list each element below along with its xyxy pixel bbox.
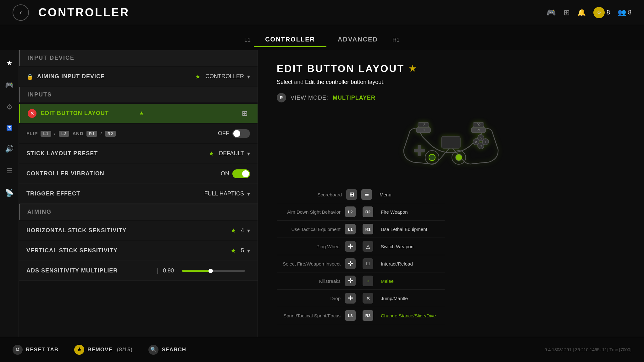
trigger-effect-chevron-icon: ▾: [247, 190, 250, 197]
remove-count: (8/15): [117, 347, 133, 353]
inputs-section-header: INPUTS: [19, 87, 258, 102]
players-icon-item[interactable]: 👥 8: [618, 8, 631, 17]
header: ‹ CONTROLLER 🎮 ⊞ 🔔 ⚙ 8 👥 8: [0, 0, 644, 25]
tab-controller[interactable]: CONTROLLER: [254, 33, 326, 47]
ping-btn[interactable]: ✛: [345, 241, 356, 252]
sidebar-item-star[interactable]: ★: [4, 57, 15, 70]
controller-icon-item: 🎮: [547, 8, 556, 17]
svg-text:L2: L2: [421, 123, 425, 127]
flip-label: FLIP L1 / L2 AND R1 / R2: [26, 130, 218, 137]
ping-label: Ping Wheel: [277, 244, 341, 249]
avatar: ⚙: [593, 7, 605, 18]
switch-weapon-action: Switch Weapon: [381, 244, 445, 249]
svg-text:✕: ✕: [475, 140, 477, 144]
ads-label: Aim Down Sight Behavior: [277, 209, 341, 215]
r1-btn[interactable]: R1: [363, 224, 373, 234]
triangle-btn[interactable]: △: [363, 241, 373, 252]
notification-icon-item[interactable]: 🔔: [577, 8, 586, 17]
ads-slider[interactable]: [182, 270, 245, 272]
vertical-sensitivity-row[interactable]: VERTICAL STICK SENSITIVITY ★ 5 ▾: [19, 241, 258, 261]
mapping-row-scoreboard: Scoreboard ⊞ ☰ Menu: [277, 186, 445, 203]
view-mode-value: MULTIPLAYER: [333, 95, 375, 101]
trigger-effect-row[interactable]: TRIGGER EFFECT FULL HAPTICS ▾: [19, 184, 258, 204]
page-title: CONTROLLER: [38, 6, 130, 19]
h-sensitivity-label: HORIZONTAL STICK SENSITIVITY: [26, 227, 226, 234]
reset-tab-button[interactable]: ↺ RESET TAB: [13, 345, 58, 355]
sidebar-item-list[interactable]: ☰: [4, 164, 15, 178]
h-sensitivity-star-icon: ★: [231, 227, 236, 234]
edit-layout-title: EDIT BUTTON LAYOUT ★: [277, 63, 625, 74]
mapping-right-column: [457, 186, 625, 324]
players-icon: 👥: [618, 8, 626, 17]
ads-sensitivity-row[interactable]: ADS SENSITIVITY MULTIPLIER | 0.90: [19, 261, 258, 281]
view-mode-label: VIEW MODE:: [291, 95, 328, 101]
sidebar-item-settings[interactable]: ⚙: [4, 101, 15, 114]
edit-layout-star-icon: ★: [139, 110, 144, 117]
v-sensitivity-chevron-icon: ▾: [247, 247, 250, 254]
l3-btn[interactable]: L3: [345, 310, 356, 321]
remove-button[interactable]: ★ REMOVE (8/15): [74, 345, 133, 355]
sidebar-item-network[interactable]: 📡: [3, 186, 16, 200]
reset-tab-label: RESET TAB: [26, 347, 58, 353]
left-sidebar: ★ 🎮 ⚙ ♿ 🔊 ☰ 📡: [0, 50, 19, 337]
scoreboard-btn[interactable]: ⊞: [346, 189, 357, 200]
killstreaks-label: Killstreaks: [277, 278, 341, 284]
h-sensitivity-chevron-icon: ▾: [247, 227, 250, 234]
svg-rect-5: [414, 149, 425, 152]
svg-point-1: [429, 154, 435, 161]
drop-btn[interactable]: ✛: [345, 293, 356, 304]
menu-btn[interactable]: ☰: [361, 189, 372, 200]
x-close-icon: ✕: [28, 109, 36, 118]
l1-trigger: L1: [241, 37, 254, 43]
l1-btn[interactable]: L1: [345, 224, 356, 234]
back-button[interactable]: ‹: [13, 4, 29, 21]
scoreboard-label: Scoreboard: [277, 192, 342, 197]
sidebar-item-controller[interactable]: 🎮: [3, 79, 16, 92]
edit-button-layout-row[interactable]: ✕ EDIT BUTTON LAYOUT ★ ⊞: [19, 104, 258, 123]
r3-btn[interactable]: R3: [363, 310, 373, 321]
square-btn[interactable]: □: [363, 258, 373, 269]
search-button[interactable]: 🔍 SEARCH: [148, 345, 186, 355]
lock-icon: 🔒: [26, 73, 33, 80]
players-badge: 8: [628, 9, 631, 16]
sprint-label: Sprint/Tactical Sprint/Focus: [277, 313, 341, 318]
stick-layout-preset-row[interactable]: STICK LAYOUT PRESET ★ DEFAULT ▾: [19, 144, 258, 163]
selectfire-btn[interactable]: ✛: [345, 258, 356, 269]
r2-btn[interactable]: R2: [363, 206, 373, 217]
horizontal-sensitivity-row[interactable]: HORIZONTAL STICK SENSITIVITY ★ 4 ▾: [19, 221, 258, 240]
circle-btn[interactable]: ○: [363, 276, 373, 286]
stick-layout-label: STICK LAYOUT PRESET: [26, 150, 204, 157]
svg-text:△: △: [480, 136, 482, 140]
view-mode-row: R VIEW MODE: MULTIPLAYER: [277, 93, 625, 102]
external-link-icon: ⊞: [242, 109, 247, 118]
profile-icon-item[interactable]: ⚙ 8: [593, 7, 610, 18]
controller-vibration-row[interactable]: CONTROLLER VIBRATION ON: [19, 164, 258, 184]
remove-label: REMOVE: [87, 347, 113, 353]
controller-diagram: ✕ △ ○ □ L1 L2 R1 R: [277, 112, 625, 175]
v-sensitivity-star-icon: ★: [231, 247, 236, 254]
aiming-input-device-row[interactable]: 🔒 AIMING INPUT DEVICE ★ CONTROLLER ▾: [19, 67, 258, 86]
aiming-device-label: AIMING INPUT DEVICE: [37, 73, 190, 80]
r-button-icon[interactable]: R: [277, 93, 286, 102]
mapping-row-killstreaks: Killstreaks ✛ ○ Melee: [277, 272, 445, 290]
reset-icon: ↺: [13, 345, 23, 355]
trigger-effect-label: TRIGGER EFFECT: [26, 190, 204, 197]
version-text: 9.4.13031291 | 36:210:1465+11] Tmc [7000…: [545, 347, 631, 352]
flip-row[interactable]: FLIP L1 / L2 AND R1 / R2 OFF: [19, 124, 258, 143]
svg-text:L1: L1: [421, 129, 425, 132]
sidebar-item-audio[interactable]: 🔊: [3, 142, 16, 156]
mapping-row-selectfire: Select Fire/Weapon Inspect ✛ □ Interact/…: [277, 255, 445, 272]
killstreaks-btn[interactable]: ✛: [345, 276, 356, 286]
cross-btn[interactable]: ✕: [363, 293, 373, 304]
slider-thumb[interactable]: [208, 269, 213, 273]
l2-btn[interactable]: L2: [345, 206, 356, 217]
controller-icon: 🎮: [547, 8, 556, 17]
sidebar-item-accessibility[interactable]: ♿: [4, 123, 15, 134]
jump-mantle-action: Jump/Mantle: [381, 296, 445, 301]
stick-preset-star-icon: ★: [209, 150, 214, 157]
tab-advanced[interactable]: ADVANCED: [326, 33, 389, 47]
h-sensitivity-value: 4: [241, 227, 244, 234]
remove-icon: ★: [74, 345, 84, 355]
flip-toggle[interactable]: [232, 129, 250, 138]
vibration-toggle[interactable]: [232, 169, 250, 178]
